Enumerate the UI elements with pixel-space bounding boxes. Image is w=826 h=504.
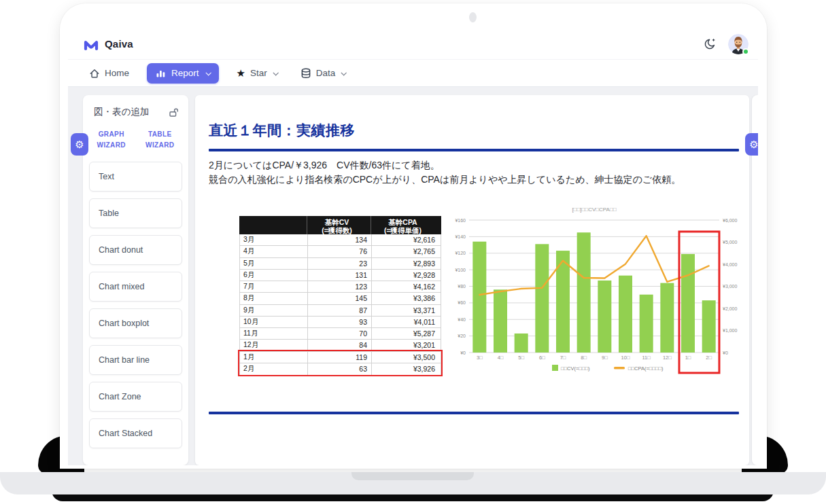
table-cell-cv: 145 xyxy=(307,293,371,304)
table-col-header xyxy=(239,216,307,234)
x-axis-tick: 9□ xyxy=(602,355,608,361)
bottom-divider xyxy=(209,412,739,414)
nav-item-star[interactable]: ★ Star xyxy=(237,68,277,78)
table-row: 6月131¥2,928 xyxy=(240,270,441,281)
bar-9□ xyxy=(598,281,611,353)
page-title: 直近１年間：実績推移 xyxy=(209,121,355,140)
bar-4□ xyxy=(494,289,507,353)
table-cell-cpa: ¥3,926 xyxy=(371,363,439,375)
x-axis-tick: 8□ xyxy=(581,355,587,361)
gear-icon: ⚙ xyxy=(749,139,758,150)
widget-list: TextTableChart donutChart mixedChart box… xyxy=(83,154,188,448)
left-axis-tick: ¥60 xyxy=(458,300,466,305)
table-cell-month: 9月 xyxy=(240,305,307,316)
mixed-chart: ¥0¥20¥40¥60¥80¥100¥120¥140¥160¥0¥1,000¥2… xyxy=(449,202,744,382)
widget-card-text[interactable]: Text xyxy=(89,162,182,192)
widget-card-chart-donut[interactable]: Chart donut xyxy=(89,235,182,265)
table-row: 5月23¥2,893 xyxy=(240,258,441,270)
table-cell-cpa: ¥3,386 xyxy=(371,293,439,304)
laptop-base xyxy=(0,472,826,494)
table-cell-cpa: ¥3,371 xyxy=(371,305,439,316)
laptop-base-notch xyxy=(351,472,474,480)
table-body: 3月134¥2,6164月76¥2,7655月23¥2,8936月131¥2,9… xyxy=(239,234,441,376)
table-cell-cv: 63 xyxy=(307,363,371,375)
bar-6□ xyxy=(535,244,549,353)
tab-graph-wizard[interactable]: GRAPH WIZARD xyxy=(90,129,133,151)
left-axis-tick: ¥0 xyxy=(460,350,466,355)
table-cell-month: 3月 xyxy=(240,234,307,245)
nav-label-report: Report xyxy=(171,68,199,78)
table-cell-cv: 84 xyxy=(307,340,371,350)
chevron-down-icon xyxy=(341,70,347,75)
table-cell-cv: 131 xyxy=(307,270,371,281)
user-avatar[interactable] xyxy=(728,34,748,54)
chevron-down-icon xyxy=(205,70,211,75)
left-axis-tick: ¥120 xyxy=(455,251,466,255)
gear-icon: ⚙ xyxy=(75,139,84,150)
bar-11□ xyxy=(640,295,653,353)
nav-label-home: Home xyxy=(105,68,129,78)
summary-line-1: 2月についてはCPA/￥3,926 CV件数/63件にて着地。 xyxy=(209,158,681,173)
cv-cpa-chart-svg: ¥0¥20¥40¥60¥80¥100¥120¥140¥160¥0¥1,000¥2… xyxy=(449,202,744,382)
star-icon: ★ xyxy=(237,68,245,78)
right-axis-tick: ¥4,000 xyxy=(723,262,738,267)
table-cell-month: 6月 xyxy=(240,270,307,281)
widget-card-chart-zone[interactable]: Chart Zone xyxy=(89,382,182,412)
sidebar-title: 図・表の追加 xyxy=(94,106,149,118)
table-col-header: 基幹CPA(=獲得単価) xyxy=(371,216,438,234)
table-row: 2月63¥3,926 xyxy=(240,363,441,375)
table-cell-cv: 87 xyxy=(307,305,371,316)
report-page: 直近１年間：実績推移 2月についてはCPA/￥3,926 CV件数/63件にて着… xyxy=(195,95,749,465)
right-panel-settings-button[interactable]: ⚙ xyxy=(745,133,758,156)
table-cell-cpa: ¥3,500 xyxy=(371,352,439,363)
right-axis-tick: ¥3,000 xyxy=(723,284,738,289)
x-axis-tick: 3□ xyxy=(477,355,483,361)
laptop-mockup: Qaiva xyxy=(0,0,826,504)
table-cell-cpa: ¥2,893 xyxy=(371,258,439,269)
bar-2□ xyxy=(702,300,716,353)
widget-card-chart-boxplot[interactable]: Chart boxplot xyxy=(89,308,182,338)
table-cell-cv: 93 xyxy=(307,317,371,327)
widget-card-chart-stacked[interactable]: Chart Stacked xyxy=(89,418,182,448)
right-axis-tick: ¥5,000 xyxy=(723,240,738,245)
sidebar-title-row: 図・表の追加 xyxy=(83,95,188,122)
table-cell-month: 10月 xyxy=(240,317,307,327)
legend-label-cv: □□CV(=□□□) xyxy=(561,365,590,372)
unlock-icon[interactable] xyxy=(169,107,179,118)
right-axis-tick: ¥1,000 xyxy=(723,328,738,333)
home-icon xyxy=(89,68,100,79)
table-row: 4月76¥2,765 xyxy=(240,246,441,257)
sidebar-settings-button[interactable]: ⚙ xyxy=(71,133,88,156)
table-cell-month: 4月 xyxy=(240,246,307,257)
widget-card-chart-bar-line[interactable]: Chart bar line xyxy=(89,345,182,375)
online-status-dot xyxy=(742,48,749,55)
brand[interactable]: Qaiva xyxy=(83,37,133,51)
tab-table-wizard[interactable]: TABLE WIZARD xyxy=(138,129,182,151)
table-row: 3月134¥2,616 xyxy=(240,234,441,246)
table-row: 7月123¥4,162 xyxy=(240,281,441,293)
table-row: 10月93¥4,011 xyxy=(240,317,441,328)
bar-10□ xyxy=(619,276,632,353)
nav-item-data[interactable]: Data xyxy=(300,68,346,79)
right-axis-tick: ¥2,000 xyxy=(723,306,738,311)
left-axis-tick: ¥20 xyxy=(458,334,466,338)
dark-mode-toggle[interactable] xyxy=(700,34,720,54)
nav-item-home[interactable]: Home xyxy=(89,68,129,79)
nav-item-report[interactable]: Report xyxy=(147,63,219,84)
table-cell-cpa: ¥5,287 xyxy=(371,328,439,339)
table-cell-month: 8月 xyxy=(240,293,307,304)
table-cell-cpa: ¥4,162 xyxy=(371,281,439,292)
left-axis-tick: ¥100 xyxy=(455,268,466,272)
x-axis-tick: 12□ xyxy=(663,355,672,361)
moon-icon xyxy=(704,37,717,50)
x-axis-tick: 2□ xyxy=(706,355,712,361)
table-cell-cv: 119 xyxy=(307,352,371,363)
report-chart-icon xyxy=(156,69,166,78)
table-cell-month: 1月 xyxy=(240,352,307,363)
legend-label-cpa: □□CPA(=□□□□) xyxy=(628,365,664,372)
widget-card-chart-mixed[interactable]: Chart mixed xyxy=(89,272,182,302)
left-axis-tick: ¥160 xyxy=(455,218,466,223)
table-cell-cpa: ¥3,201 xyxy=(371,340,439,350)
table-cell-month: 7月 xyxy=(240,281,307,292)
widget-card-table[interactable]: Table xyxy=(89,198,182,228)
